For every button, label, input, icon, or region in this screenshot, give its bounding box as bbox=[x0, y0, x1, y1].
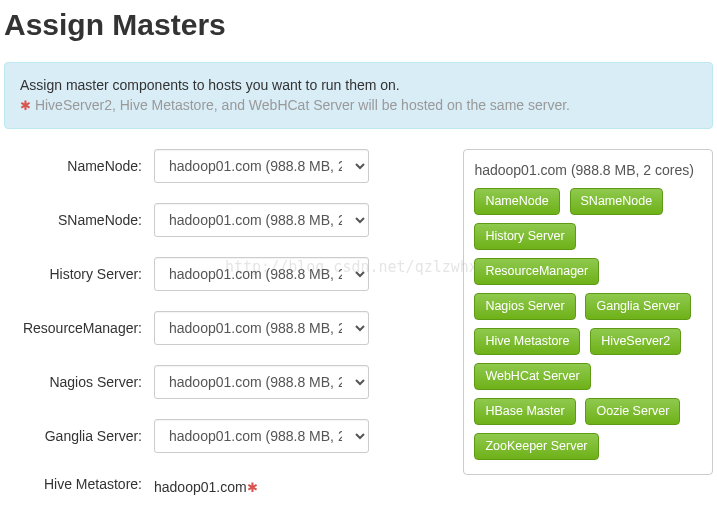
select-historyserver[interactable]: hadoop01.com (988.8 MB, 2 cores) bbox=[154, 257, 369, 291]
badge-zookeeperserver: ZooKeeper Server bbox=[474, 433, 598, 460]
badge-webhcatserver: WebHCat Server bbox=[474, 363, 590, 390]
info-alert-line1: Assign master components to hosts you wa… bbox=[20, 75, 697, 95]
label-snamenode: SNameNode: bbox=[4, 212, 154, 228]
info-alert-line2: ✱ HiveServer2, Hive Metastore, and WebHC… bbox=[20, 95, 697, 116]
select-resourcemanager[interactable]: hadoop01.com (988.8 MB, 2 cores) bbox=[154, 311, 369, 345]
badge-snamenode: SNameNode bbox=[570, 188, 664, 215]
label-historyserver: History Server: bbox=[4, 266, 154, 282]
badge-nagiosserver: Nagios Server bbox=[474, 293, 575, 320]
label-nagios: Nagios Server: bbox=[4, 374, 154, 390]
label-ganglia: Ganglia Server: bbox=[4, 428, 154, 444]
select-snamenode[interactable]: hadoop01.com (988.8 MB, 2 cores) bbox=[154, 203, 369, 237]
badge-historyserver: History Server bbox=[474, 223, 575, 250]
page-title: Assign Masters bbox=[4, 8, 713, 42]
host-summary-panel: hadoop01.com (988.8 MB, 2 cores) NameNod… bbox=[463, 149, 713, 475]
select-ganglia[interactable]: hadoop01.com (988.8 MB, 2 cores) bbox=[154, 419, 369, 453]
badge-hbasemaster: HBase Master bbox=[474, 398, 575, 425]
host-summary-title: hadoop01.com (988.8 MB, 2 cores) bbox=[474, 162, 702, 178]
select-namenode[interactable]: hadoop01.com (988.8 MB, 2 cores) bbox=[154, 149, 369, 183]
label-hivemetastore: Hive Metastore: bbox=[4, 476, 154, 492]
label-resourcemanager: ResourceManager: bbox=[4, 320, 154, 336]
badge-oozieserver: Oozie Server bbox=[585, 398, 680, 425]
label-namenode: NameNode: bbox=[4, 158, 154, 174]
host-summary-badges: NameNode SNameNode History Server Resour… bbox=[474, 188, 702, 468]
badge-namenode: NameNode bbox=[474, 188, 559, 215]
badge-gangliaserver: Ganglia Server bbox=[585, 293, 690, 320]
info-alert: Assign master components to hosts you wa… bbox=[4, 62, 713, 129]
asterisk-icon: ✱ bbox=[247, 480, 258, 495]
select-nagios[interactable]: hadoop01.com (988.8 MB, 2 cores) bbox=[154, 365, 369, 399]
badge-resourcemanager: ResourceManager bbox=[474, 258, 599, 285]
assignment-form: NameNode: hadoop01.com (988.8 MB, 2 core… bbox=[4, 149, 383, 510]
asterisk-icon: ✱ bbox=[20, 98, 31, 113]
static-host-hivemetastore: hadoop01.com✱ bbox=[154, 473, 258, 495]
badge-hivemetastore: Hive Metastore bbox=[474, 328, 580, 355]
badge-hiveserver2: HiveServer2 bbox=[590, 328, 681, 355]
